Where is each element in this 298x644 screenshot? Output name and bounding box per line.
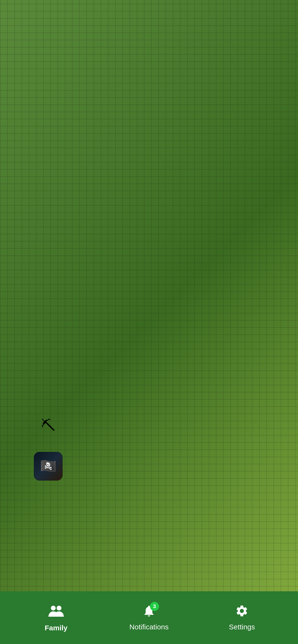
- sot-icon: 🏴‍☠️: [34, 452, 63, 480]
- main-card: ‹ 🦉 Alex Screen time TODAY PAST WEEK: [20, 90, 278, 501]
- minecraft-icon: ⛏: [34, 411, 63, 440]
- card-body: ACTIVITY ⓘ 8h 41m Daily average: 45m 3h …: [20, 172, 278, 501]
- app-item-minecraft[interactable]: ⛏ Minecraft 3h 07m used: [34, 406, 264, 446]
- app-list: ⛏ Minecraft 3h 07m used 🏴‍☠️ Sea of Thie…: [34, 406, 264, 486]
